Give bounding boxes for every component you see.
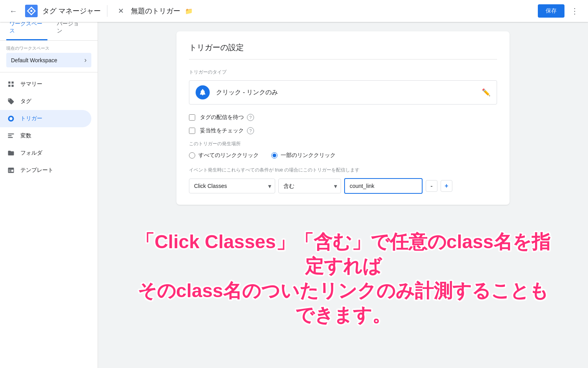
close-button[interactable]: ✕	[114, 4, 128, 18]
radio-some-input[interactable]	[271, 152, 278, 159]
content-area: トリガーの設定 トリガーのタイプ クリック - リンクのみ ✏️ タグの配信を待…	[98, 22, 588, 368]
annotation-area: 「Click Classes」「含む」で任意のclass名を指定すれば そのcl…	[98, 214, 588, 343]
condition-minus-button[interactable]: -	[426, 180, 437, 192]
top-bar: ← タグ マネージャー ✕ 無題のトリガー 📁 保存 ⋮	[0, 0, 588, 22]
trigger-name: 無題のトリガー	[131, 6, 180, 16]
gtm-logo	[25, 5, 38, 17]
condition-select1-wrapper: Click Classes	[189, 179, 275, 193]
tab-workspace[interactable]: ワークスペース	[6, 22, 47, 40]
vertical-divider	[107, 5, 107, 17]
svg-rect-2	[31, 10, 33, 12]
workspace-arrow-icon: ›	[84, 56, 87, 64]
main-layout: ワークスペース バージョン 現在のワークスペース Default Workspa…	[0, 22, 588, 368]
sidebar-label-triggers: トリガー	[20, 115, 42, 122]
radio-all-input[interactable]	[189, 152, 195, 159]
wait-for-tags-checkbox[interactable]	[189, 114, 195, 121]
condition-value-input[interactable]	[344, 178, 423, 194]
svg-rect-3	[8, 81, 10, 83]
workspace-selector[interactable]: Default Workspace ›	[6, 53, 91, 67]
condition-select2-wrapper: 含む	[278, 179, 341, 193]
variable-icon	[6, 131, 16, 141]
condition-row: Click Classes 含む - +	[189, 178, 497, 194]
wait-for-tags-help-icon[interactable]: ?	[247, 114, 254, 121]
annotation-line1: 「Click Classes」「含む」で任意のclass名を指定すれば	[129, 230, 557, 279]
check-validity-checkbox[interactable]	[189, 128, 195, 134]
sidebar: ワークスペース バージョン 現在のワークスペース Default Workspa…	[0, 22, 98, 368]
check-validity-label: 妥当性をチェック	[200, 127, 244, 134]
template-icon	[6, 166, 16, 175]
save-button[interactable]: 保存	[538, 4, 564, 18]
condition-label: イベント発生時にこれらすべての条件が true の場合にこのトリガーを配信します	[189, 167, 497, 173]
radio-some-clicks[interactable]: 一部のリンククリック	[271, 152, 336, 159]
sidebar-item-triggers[interactable]: トリガー	[0, 110, 91, 127]
trigger-icon	[6, 114, 16, 123]
folder-icon-sidebar	[6, 148, 16, 158]
sidebar-item-summary[interactable]: サマリー	[0, 76, 91, 93]
workspace-label: 現在のワークスペース	[6, 45, 91, 51]
sidebar-label-templates: テンプレート	[20, 167, 53, 174]
trigger-type-label: トリガーのタイプ	[189, 69, 497, 76]
occurrence-label: このトリガーの発生場所	[189, 141, 497, 147]
svg-rect-10	[8, 135, 12, 136]
more-options-button[interactable]: ⋮	[568, 4, 582, 18]
trigger-type-name: クリック - リンクのみ	[216, 88, 482, 97]
sidebar-workspace-section: 現在のワークスペース Default Workspace ›	[0, 41, 98, 72]
trigger-section: ✕ 無題のトリガー 📁	[114, 4, 538, 18]
annotation-text: 「Click Classes」「含む」で任意のclass名を指定すれば そのcl…	[129, 230, 557, 328]
condition-select1[interactable]: Click Classes	[189, 179, 275, 193]
sidebar-item-folders[interactable]: フォルダ	[0, 144, 91, 162]
app-title: タグ マネージャー	[42, 6, 101, 16]
sidebar-item-variables[interactable]: 変数	[0, 127, 91, 144]
radio-all-clicks[interactable]: すべてのリンククリック	[189, 152, 259, 159]
sidebar-label-folders: フォルダ	[20, 150, 42, 157]
folder-icon: 📁	[185, 7, 193, 15]
tag-icon	[6, 97, 16, 106]
sidebar-label-summary: サマリー	[20, 81, 42, 88]
sidebar-item-tags[interactable]: タグ	[0, 93, 91, 110]
back-button[interactable]: ←	[6, 4, 20, 18]
svg-rect-9	[8, 133, 14, 134]
svg-point-8	[9, 117, 13, 120]
svg-rect-6	[12, 85, 14, 87]
condition-select2[interactable]: 含む	[278, 179, 341, 193]
sidebar-label-variables: 変数	[20, 132, 31, 139]
check-validity-help-icon[interactable]: ?	[247, 127, 254, 134]
trigger-type-icon	[196, 85, 210, 99]
wait-for-tags-label: タグの配信を待つ	[200, 114, 244, 121]
svg-rect-4	[12, 81, 14, 83]
annotation-line2: そのclass名のついたリンクのみ計測することもできます。	[129, 279, 557, 328]
trigger-panel: トリガーの設定 トリガーのタイプ クリック - リンクのみ ✏️ タグの配信を待…	[176, 31, 510, 205]
top-bar-actions: 保存 ⋮	[538, 4, 582, 18]
svg-rect-5	[8, 85, 10, 87]
grid-icon	[6, 79, 16, 89]
trigger-type-box[interactable]: クリック - リンクのみ ✏️	[189, 80, 497, 105]
panel-title: トリガーの設定	[189, 42, 497, 60]
checkbox-row-1: タグの配信を待つ ?	[189, 114, 497, 121]
sidebar-item-templates[interactable]: テンプレート	[0, 162, 91, 179]
radio-all-label: すべてのリンククリック	[198, 152, 259, 159]
tab-version[interactable]: バージョン	[54, 22, 85, 40]
checkbox-row-2: 妥当性をチェック ?	[189, 127, 497, 134]
sidebar-label-tags: タグ	[20, 98, 31, 105]
radio-row: すべてのリンククリック 一部のリンククリック	[189, 152, 497, 159]
condition-plus-button[interactable]: +	[441, 180, 452, 192]
workspace-name: Default Workspace	[11, 57, 57, 63]
sidebar-tabs: ワークスペース バージョン	[0, 22, 98, 41]
edit-trigger-type-icon[interactable]: ✏️	[482, 88, 490, 97]
radio-some-label: 一部のリンククリック	[281, 152, 336, 159]
svg-rect-11	[8, 137, 13, 138]
sidebar-nav: サマリー タグ トリガー 変数	[0, 72, 98, 182]
